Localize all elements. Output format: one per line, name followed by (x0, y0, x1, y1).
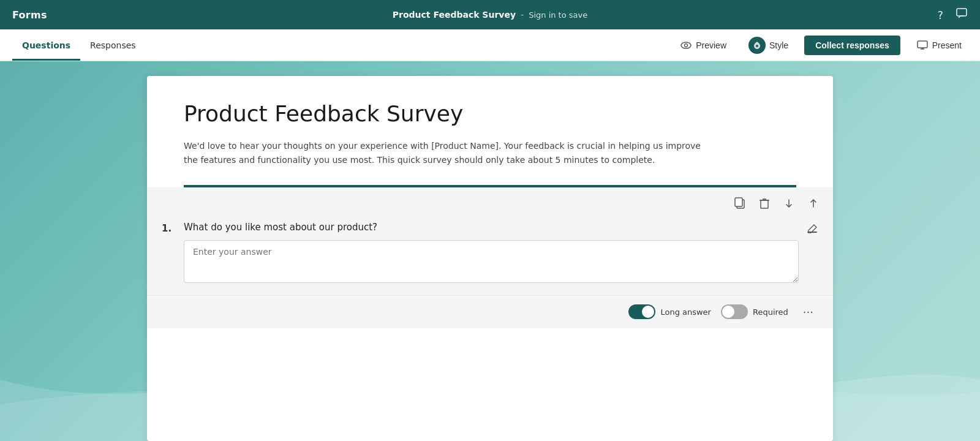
question-toolbar (147, 187, 833, 217)
title-separator: - (521, 10, 524, 20)
tab-questions[interactable]: Questions (12, 29, 80, 61)
question-number: 1. (162, 222, 176, 234)
style-label: Style (769, 40, 788, 50)
svg-rect-4 (918, 41, 927, 48)
required-toggle[interactable] (721, 304, 748, 319)
question-text-area: What do you like most about our product? (184, 222, 799, 285)
collect-responses-button[interactable]: Collect responses (804, 36, 900, 55)
move-down-icon[interactable] (779, 194, 799, 213)
question-text: What do you like most about our product? (184, 222, 799, 233)
app-logo: Forms (12, 9, 47, 21)
form-title: Product Feedback Survey (184, 100, 796, 127)
question-block: 1. What do you like most about our produ… (147, 187, 833, 328)
delete-icon[interactable] (755, 194, 774, 213)
svg-point-1 (681, 42, 691, 48)
long-answer-label: Long answer (660, 307, 711, 317)
nav-bar-right: Preview Style Collect responses Present (674, 33, 968, 58)
form-description: We'd love to hear your thoughts on your … (184, 139, 735, 167)
required-toggle-knob (722, 306, 734, 318)
nav-bar: Questions Responses Preview Style Collec… (0, 29, 980, 61)
required-label: Required (753, 307, 788, 317)
form-card: Product Feedback Survey We'd love to hea… (147, 76, 833, 441)
long-answer-toggle[interactable] (628, 304, 655, 319)
style-button[interactable]: Style (742, 33, 794, 58)
chat-icon[interactable] (956, 7, 968, 22)
style-icon (748, 37, 766, 54)
preview-label: Preview (696, 40, 726, 50)
help-icon[interactable]: ? (937, 9, 943, 21)
top-bar-center: Product Feedback Survey - Sign in to sav… (393, 10, 587, 20)
edit-icon[interactable] (806, 222, 818, 238)
answer-input[interactable] (184, 240, 799, 283)
present-button[interactable]: Present (910, 37, 968, 54)
form-header: Product Feedback Survey We'd love to hea… (147, 76, 833, 185)
svg-rect-7 (761, 200, 768, 208)
top-bar: Forms Product Feedback Survey - Sign in … (0, 0, 980, 29)
move-up-icon[interactable] (804, 194, 823, 213)
sign-in-link[interactable]: Sign in to save (529, 10, 587, 20)
survey-title: Product Feedback Survey (393, 10, 516, 20)
preview-eye-icon (680, 40, 692, 50)
required-toggle-group: Required (721, 304, 788, 319)
present-label: Present (932, 40, 962, 50)
top-bar-actions: ? (937, 7, 968, 22)
long-answer-toggle-group: Long answer (628, 304, 711, 319)
copy-icon[interactable] (730, 194, 750, 213)
svg-point-2 (685, 43, 688, 47)
main-area: Product Feedback Survey We'd love to hea… (0, 61, 980, 441)
tab-responses[interactable]: Responses (80, 29, 146, 61)
svg-point-3 (756, 45, 758, 47)
svg-rect-6 (735, 198, 742, 206)
question-content: 1. What do you like most about our produ… (147, 217, 833, 295)
toggle-knob (642, 306, 654, 318)
present-monitor-icon (916, 40, 929, 50)
question-footer: Long answer Required ··· (147, 295, 833, 328)
svg-rect-0 (957, 9, 967, 16)
nav-tabs: Questions Responses (12, 29, 146, 61)
preview-button[interactable]: Preview (674, 37, 733, 54)
more-options-button[interactable]: ··· (798, 303, 818, 321)
